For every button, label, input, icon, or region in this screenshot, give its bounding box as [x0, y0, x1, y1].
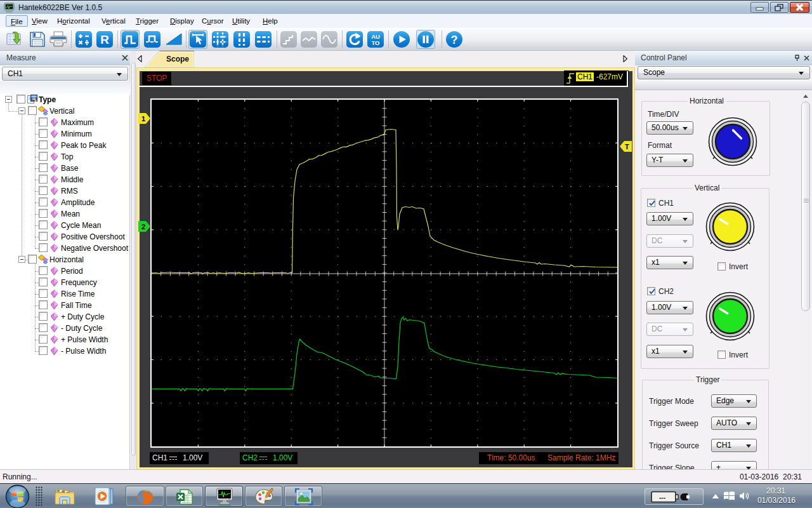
svg-text:---: ---: [659, 494, 665, 501]
svg-text:1: 1: [141, 115, 145, 123]
svg-text:Scope: Scope: [166, 55, 189, 64]
svg-text:T: T: [625, 143, 629, 150]
svg-text:?: ?: [451, 34, 458, 46]
svg-text:R: R: [100, 33, 109, 46]
svg-text:TO: TO: [371, 39, 379, 46]
svg-text:2: 2: [141, 223, 145, 231]
